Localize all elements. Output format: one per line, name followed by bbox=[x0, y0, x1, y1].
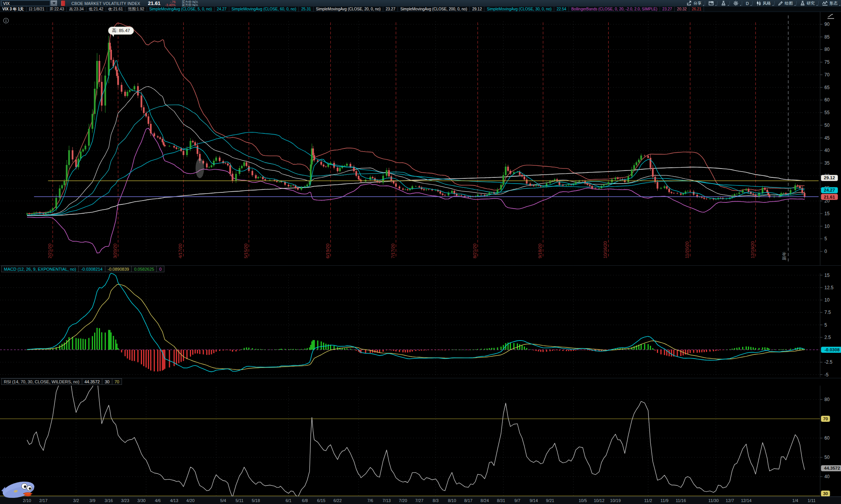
svg-text:35: 35 bbox=[824, 160, 830, 166]
toolbar-button-studies[interactable]: 研究 bbox=[797, 0, 818, 7]
svg-text:90: 90 bbox=[824, 22, 830, 27]
pattern-icon bbox=[822, 1, 828, 6]
chart-style-quick-icon[interactable] bbox=[827, 13, 835, 21]
date-tick-label: 3/23 bbox=[121, 498, 129, 503]
date-tick-label: 10/19 bbox=[610, 498, 621, 503]
expiration-line-label: 9/18/20 bbox=[538, 244, 542, 258]
date-tick-label: 7/6 bbox=[367, 498, 373, 503]
date-tick-label: 12/14 bbox=[741, 498, 752, 503]
svg-text:5: 5 bbox=[824, 236, 827, 241]
symbol-input[interactable] bbox=[2, 0, 50, 6]
date-tick-label: 4/13 bbox=[170, 498, 178, 503]
rsi-header-cell[interactable]: 44.3572 bbox=[82, 378, 103, 385]
rsi-header-cell[interactable]: 30 bbox=[102, 378, 112, 385]
macd-header-cell[interactable]: MACD (12, 26, 9, EXPONENTIAL, no) bbox=[1, 266, 79, 272]
macd-header-cell[interactable]: 0.0582625 bbox=[131, 266, 157, 272]
date-tick-label: 10/12 bbox=[594, 498, 604, 503]
date-tick-label: 5/18 bbox=[252, 498, 260, 503]
svg-text:55: 55 bbox=[824, 110, 830, 115]
bid-ask: 买方价:N/A 卖方价:N/A bbox=[182, 0, 198, 7]
svg-text:65: 65 bbox=[824, 85, 830, 90]
ohlc-study-cell[interactable]: BollingerBands (CLOSE, 0, 20, -2.0, 2.0,… bbox=[569, 7, 660, 12]
date-tick-label: 12/7 bbox=[726, 498, 734, 503]
toolbar-button-share[interactable]: 分享 bbox=[683, 0, 705, 7]
ohlc-study-cell[interactable]: SimpleMovingAvg (CLOSE, 30, 0, no) bbox=[484, 7, 554, 12]
main-price-pane[interactable]: 2/21/203/20/204/17/205/15/206/19/207/17/… bbox=[0, 12, 841, 265]
last-price: 21.61 bbox=[148, 0, 161, 6]
svg-text:15: 15 bbox=[824, 273, 830, 278]
svg-text:5: 5 bbox=[824, 322, 827, 328]
macd-header-cell[interactable]: -0.0890839 bbox=[105, 266, 132, 272]
rsi-header-cell[interactable]: RSI (14, 70, 30, CLOSE, WILDERS, no) bbox=[1, 378, 82, 385]
toolbar-button-draw[interactable]: 绘图 bbox=[775, 0, 796, 7]
date-tick-label: 5/4 bbox=[220, 498, 226, 503]
ohlc-study-cell[interactable]: 22.54 bbox=[554, 7, 569, 12]
alert-flag-icon[interactable] bbox=[61, 0, 65, 6]
toolbar-button-analyze[interactable] bbox=[717, 0, 729, 7]
macd-pane[interactable]: 1512.5107.552.5-2.5-5-0.0308 bbox=[0, 273, 841, 377]
date-tick-label: 11/16 bbox=[676, 498, 686, 503]
ohlc-study-cell[interactable]: 20.32 bbox=[675, 7, 689, 12]
svg-text:80: 80 bbox=[824, 397, 830, 402]
flask-icon bbox=[800, 1, 805, 6]
date-tick-label: 7/27 bbox=[415, 498, 423, 503]
date-tick-label: 10/5 bbox=[579, 498, 587, 503]
share-icon bbox=[687, 1, 692, 6]
ohlc-study-cell[interactable]: SimpleMovingAvg (CLOSE, 20, 0, no) bbox=[314, 7, 384, 12]
symbol-dropdown-button[interactable] bbox=[51, 0, 57, 6]
ohlc-study-cell[interactable]: 23.27 bbox=[383, 7, 398, 12]
ohlc-study-cell[interactable]: 开:22.43 bbox=[47, 7, 67, 12]
svg-text:70: 70 bbox=[823, 416, 828, 421]
time-axis[interactable]: 2/102/173/23/93/163/233/304/64/134/205/4… bbox=[0, 497, 841, 504]
date-tick-label: 4/6 bbox=[155, 498, 161, 503]
ohlc-study-cell[interactable]: 26.21 bbox=[689, 7, 704, 12]
holiday-line-label: 新年 bbox=[782, 251, 787, 260]
toolbar-button-settings[interactable] bbox=[730, 0, 742, 7]
toolbar-button-patterns[interactable]: 形态 bbox=[819, 0, 841, 7]
date-tick-label: 11/2 bbox=[644, 498, 652, 503]
ohlc-study-cell[interactable]: SimpleMovingAvg (CLOSE, 200, 0, no) bbox=[398, 7, 470, 12]
svg-text:29.12: 29.12 bbox=[824, 175, 835, 180]
ohlc-study-cell[interactable]: 日:1/8/21 bbox=[27, 7, 47, 12]
expiration-line-label: 10/16/20 bbox=[603, 241, 607, 258]
thinkorswim-chart-window: CBOE MARKET VOLATILITY INDEX 21.61 -.76 … bbox=[0, 0, 841, 504]
svg-text:30: 30 bbox=[823, 491, 828, 496]
flask-icon bbox=[721, 1, 726, 6]
ohlc-study-cell[interactable]: 范围:1.92 bbox=[125, 7, 147, 12]
svg-text:44.3572: 44.3572 bbox=[824, 466, 840, 470]
date-tick-label: 7/13 bbox=[382, 498, 391, 503]
info-icon[interactable] bbox=[3, 18, 9, 25]
ohlc-study-cell[interactable]: SimpleMovingAvg (CLOSE, 60, 0, no) bbox=[229, 7, 299, 12]
toolbar-button-style[interactable]: 风格 bbox=[753, 0, 774, 7]
svg-text:-2.5: -2.5 bbox=[824, 359, 833, 365]
macd-study-header: MACD (12, 26, 9, EXPONENTIAL, no)-0.0308… bbox=[1, 266, 164, 272]
ohlc-study-cell[interactable]: 29.12 bbox=[470, 7, 484, 12]
svg-text:10: 10 bbox=[824, 224, 830, 229]
date-tick-label: 7/20 bbox=[399, 498, 407, 503]
toolbar-right-buttons: 分享D风格绘图研究形态 bbox=[683, 0, 841, 7]
ohlc-study-cell[interactable]: 24.27 bbox=[215, 7, 229, 12]
date-tick-label: 1/11 bbox=[808, 498, 816, 503]
fish-mascot[interactable] bbox=[0, 478, 37, 502]
price-change: -.76 -3.40% bbox=[165, 0, 176, 7]
ohlc-study-cell[interactable]: 25.31 bbox=[299, 7, 313, 12]
ohlc-study-cell[interactable]: 23.27 bbox=[660, 7, 675, 12]
macd-header-cell[interactable]: -0.0308214 bbox=[78, 266, 105, 272]
date-tick-label: 9/14 bbox=[530, 498, 538, 503]
date-tick-label: 3/16 bbox=[105, 498, 113, 503]
toolbar-button-interval[interactable]: D bbox=[742, 0, 752, 7]
ohlc-study-cell[interactable]: 低:21.42 bbox=[86, 7, 106, 12]
gear-icon bbox=[733, 1, 738, 6]
expiration-line-label: 6/19/20 bbox=[325, 244, 330, 258]
ohlc-study-cell[interactable]: 高:23.34 bbox=[67, 7, 86, 12]
rsi-header-cell[interactable]: 70 bbox=[112, 378, 122, 385]
svg-text:7.5: 7.5 bbox=[824, 310, 831, 315]
expiration-line-label: 3/20/20 bbox=[113, 244, 117, 258]
date-tick-label: 11/9 bbox=[660, 498, 668, 503]
macd-header-cell[interactable]: 0 bbox=[156, 266, 164, 272]
ohlc-study-cell[interactable]: SimpleMovingAvg (CLOSE, 5, 0, no) bbox=[147, 7, 215, 12]
rsi-pane[interactable]: 806050407044.357230 bbox=[0, 386, 841, 497]
toolbar-button-panel[interactable] bbox=[705, 0, 717, 7]
ohlc-study-cell[interactable]: 收:21.61 bbox=[106, 7, 126, 12]
ohlc-study-cell[interactable]: VIX 3 年 1天 bbox=[0, 7, 27, 12]
